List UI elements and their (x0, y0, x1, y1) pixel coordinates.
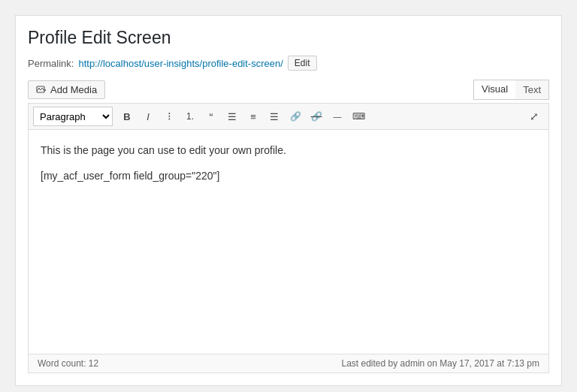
blockquote-icon: “ (210, 110, 213, 123)
align-left-button[interactable]: ☰ (222, 107, 242, 126)
ordered-list-button[interactable]: 1. (180, 107, 200, 126)
format-toolbar: Paragraph Heading 1 Heading 2 Heading 3 … (28, 103, 549, 129)
last-edited: Last edited by admin on May 17, 2017 at … (341, 358, 539, 369)
align-center-button[interactable]: ≡ (243, 107, 263, 126)
permalink-link[interactable]: http://localhost/user-insights/profile-e… (78, 58, 282, 69)
editor-content: This is the page you can use to edit you… (41, 142, 536, 185)
add-media-label: Add Media (50, 84, 97, 95)
bold-icon: B (123, 111, 130, 122)
keyboard-button[interactable]: ⌨ (349, 107, 368, 126)
keyboard-icon: ⌨ (352, 111, 365, 122)
blockquote-button[interactable]: “ (201, 107, 221, 126)
more-icon: — (334, 112, 342, 121)
italic-button[interactable]: I (138, 107, 158, 126)
permalink-row: Permalink: http://localhost/user-insight… (28, 56, 549, 71)
word-count-label: Word count: (38, 358, 86, 369)
align-right-icon: ☰ (270, 111, 279, 122)
visual-tab[interactable]: Visual (474, 80, 515, 99)
align-center-icon: ≡ (250, 111, 256, 122)
italic-icon: I (147, 111, 150, 122)
permalink-label: Permalink: (28, 58, 74, 69)
view-toggle: Visual Text (473, 80, 549, 100)
unlink-icon: 🔗 (311, 111, 322, 122)
editor-footer: Word count: 12 Last edited by admin on M… (28, 354, 549, 373)
fullscreen-button[interactable]: ⤢ (524, 107, 544, 126)
format-select[interactable]: Paragraph Heading 1 Heading 2 Heading 3 … (33, 107, 113, 126)
toolbar-top: Add Media Visual Text (28, 80, 549, 100)
link-icon: 🔗 (290, 111, 301, 122)
editor-area[interactable]: This is the page you can use to edit you… (28, 129, 549, 354)
add-media-icon (36, 85, 47, 95)
page-title: Profile Edit Screen (28, 28, 549, 48)
align-right-button[interactable]: ☰ (264, 107, 284, 126)
unordered-list-button[interactable]: ⁝ (159, 107, 179, 126)
editor-line-1: This is the page you can use to edit you… (41, 142, 536, 158)
fullscreen-icon: ⤢ (530, 110, 539, 122)
word-count-area: Word count: 12 (38, 358, 98, 369)
editor-line-2: [my_acf_user_form field_group="220"] (41, 167, 536, 184)
ul-icon: ⁝ (168, 110, 171, 123)
more-button[interactable]: — (328, 107, 347, 126)
word-count-value: 12 (89, 358, 98, 369)
bold-button[interactable]: B (117, 107, 137, 126)
editor-container: Profile Edit Screen Permalink: http://lo… (15, 15, 562, 386)
text-tab[interactable]: Text (515, 80, 548, 99)
ol-icon: 1. (186, 111, 194, 122)
insert-link-button[interactable]: 🔗 (285, 107, 305, 126)
remove-link-button[interactable]: 🔗 (307, 107, 326, 126)
align-left-icon: ☰ (228, 111, 237, 122)
permalink-edit-button[interactable]: Edit (288, 56, 317, 71)
add-media-button[interactable]: Add Media (28, 80, 105, 99)
